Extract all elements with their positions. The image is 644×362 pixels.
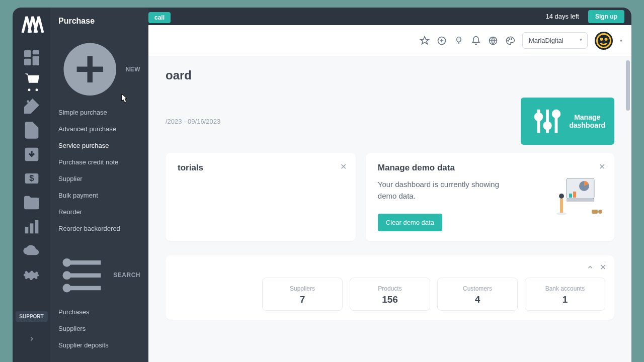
svg-rect-8 [30, 223, 33, 233]
signup-button[interactable]: Sign up [588, 10, 624, 23]
close-icon[interactable]: ✕ [340, 162, 347, 171]
globe-icon[interactable] [488, 36, 498, 46]
flyout-item-reorder[interactable]: Reorder [50, 204, 148, 220]
stat-customers[interactable]: Customers 4 [437, 278, 518, 311]
stats-card: ✕ Suppliers 7 Products 156 Cus [166, 255, 614, 320]
support-button[interactable]: SUPPORT [15, 311, 47, 322]
svg-rect-7 [25, 227, 28, 233]
header-bar: MariaDigital ▾ [148, 25, 631, 56]
svg-rect-30 [567, 199, 594, 202]
nav-dashboard-icon[interactable] [22, 48, 42, 68]
plus-circle-icon[interactable] [437, 36, 447, 46]
collapse-icon[interactable] [587, 262, 594, 272]
flyout-item-bulk-payment[interactable]: Bulk payment [50, 187, 148, 204]
clear-demo-data-button[interactable]: Clear demo data [378, 214, 442, 231]
svg-point-16 [65, 286, 69, 290]
flyout-section-search: SEARCH [50, 245, 148, 304]
main-area: call 14 days left Sign up MariaDigital ▾… [148, 8, 631, 362]
demo-card-text: Your dashboard is currently showing demo… [378, 179, 509, 202]
avatar-caret-icon[interactable]: ▾ [620, 38, 622, 43]
nav-inbox-icon[interactable] [22, 144, 42, 164]
flyout-panel: Purchase NEW Simple purchase Advanced pu… [50, 8, 148, 362]
palette-icon[interactable] [505, 36, 515, 46]
svg-text:$: $ [29, 173, 34, 183]
demo-illustration [554, 173, 604, 221]
svg-rect-33 [573, 192, 576, 198]
close-icon[interactable]: ✕ [599, 162, 605, 171]
svg-rect-1 [32, 50, 39, 54]
svg-point-25 [605, 38, 607, 40]
stat-products[interactable]: Products 156 [350, 278, 430, 311]
nav-cloud-icon[interactable] [22, 241, 42, 261]
svg-point-15 [65, 273, 69, 277]
flyout-item-supplier[interactable]: Supplier [50, 170, 148, 187]
user-avatar[interactable] [595, 32, 613, 50]
tutorials-card-title: torials [178, 163, 344, 173]
svg-point-23 [597, 34, 611, 47]
svg-rect-3 [24, 59, 31, 65]
stat-suppliers[interactable]: Suppliers 7 [262, 278, 343, 311]
svg-point-38 [598, 210, 602, 214]
svg-rect-32 [569, 194, 572, 198]
demo-data-card: ✕ Manage demo data Your dashboard is cur… [366, 153, 614, 241]
close-icon[interactable]: ✕ [600, 262, 606, 272]
nav-sales-icon[interactable] [22, 96, 42, 116]
balloon-icon[interactable] [454, 36, 464, 46]
promo-bar: call 14 days left Sign up [148, 8, 631, 25]
trial-days-left: 14 days left [546, 13, 580, 20]
bell-icon[interactable] [471, 36, 481, 46]
nav-folder-icon[interactable] [22, 193, 42, 213]
svg-point-36 [559, 194, 564, 199]
svg-rect-2 [32, 56, 39, 65]
flyout-item-purchase-credit-note[interactable]: Purchase credit note [50, 154, 148, 170]
nav-reports-icon[interactable] [22, 217, 42, 237]
icon-rail: $ SUPPORT [13, 8, 50, 362]
svg-rect-35 [560, 199, 563, 213]
nav-settings-icon[interactable] [22, 265, 42, 285]
svg-point-20 [508, 40, 509, 41]
svg-point-14 [65, 260, 69, 264]
flyout-item-service-purchase[interactable]: Service purchase [50, 137, 148, 154]
nav-money-icon[interactable]: $ [22, 168, 42, 189]
svg-rect-37 [592, 210, 598, 214]
manage-dashboard-button[interactable]: Manage dashboard [521, 98, 614, 145]
flyout-item-supplier-deposits[interactable]: Supplier deposits [50, 337, 148, 353]
flyout-item-suppliers[interactable]: Suppliers [50, 320, 148, 337]
flyout-item-purchases[interactable]: Purchases [50, 304, 148, 320]
flyout-item-reorder-backordered[interactable]: Reorder backordered [50, 220, 148, 237]
star-icon[interactable] [420, 36, 430, 46]
app-logo [20, 13, 44, 37]
date-range[interactable]: /2023 - 09/16/2023 [166, 118, 220, 125]
flyout-item-advanced-purchase[interactable]: Advanced purchase [50, 121, 148, 137]
svg-point-28 [553, 111, 559, 117]
nav-purchase-icon[interactable] [22, 72, 42, 92]
svg-rect-9 [35, 220, 38, 234]
scrollbar[interactable] [624, 56, 631, 362]
org-selector[interactable]: MariaDigital [522, 32, 588, 49]
svg-point-22 [511, 38, 512, 39]
demo-card-title: Manage demo data [378, 163, 602, 173]
tutorials-card: ✕ torials [166, 153, 356, 241]
nav-documents-icon[interactable] [22, 120, 42, 140]
flyout-title: Purchase [50, 17, 148, 33]
svg-point-24 [601, 38, 602, 40]
svg-point-18 [457, 37, 461, 42]
svg-point-21 [509, 38, 510, 39]
expand-sidebar-icon[interactable] [28, 335, 35, 344]
flyout-section-new: NEW [50, 33, 148, 104]
content-scroll[interactable]: oard /2023 - 09/16/2023 Manage dashboard… [148, 56, 631, 362]
page-title: oard [166, 68, 614, 82]
svg-point-26 [536, 114, 542, 120]
svg-point-27 [545, 123, 551, 129]
svg-rect-0 [24, 50, 31, 57]
flyout-item-simple-purchase[interactable]: Simple purchase [50, 104, 148, 121]
stat-bank-accounts[interactable]: Bank accounts 1 [525, 278, 605, 311]
promo-call-pill[interactable]: call [148, 12, 171, 23]
